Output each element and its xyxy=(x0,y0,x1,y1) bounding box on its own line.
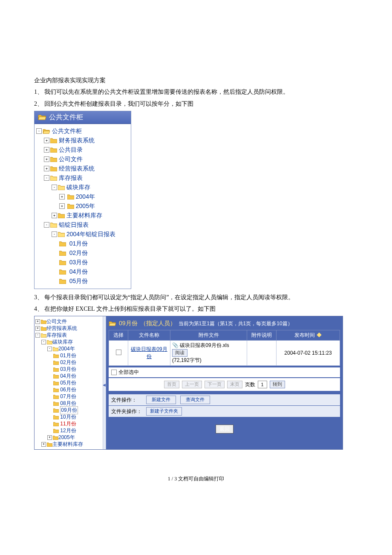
next-page-button[interactable]: 下一页 xyxy=(205,381,225,388)
toggle-icon[interactable]: + xyxy=(59,194,65,199)
folder-icon xyxy=(53,415,59,419)
tree-node[interactable]: 经营报表系统 xyxy=(59,165,95,173)
folder-icon xyxy=(53,360,59,365)
back-button[interactable]: 返回 xyxy=(216,425,233,434)
file-table: 选择 文件名称 附件文件 附件说明 发布时间 ◆ 碳块日报表09月份 📎 碳块日… xyxy=(109,330,340,366)
tree-node[interactable]: 经营报表系统 xyxy=(46,325,77,332)
toggle-icon[interactable]: - xyxy=(44,175,49,181)
tree-node[interactable]: 碳块库存 xyxy=(66,184,90,191)
toggle-icon[interactable]: + xyxy=(44,138,49,143)
tree-node-month[interactable]: 04月份 xyxy=(60,373,76,380)
tree-node[interactable]: 主要材料库存 xyxy=(52,441,83,448)
tree-node-month[interactable]: 03月份 xyxy=(60,366,76,373)
tree1-title: 公共文件柜 xyxy=(49,113,83,122)
tree-node[interactable]: 库存报表 xyxy=(59,174,83,182)
tree-node[interactable]: 2004年 xyxy=(76,193,95,201)
tree-node-month[interactable]: 06月份 xyxy=(60,386,76,393)
item-num: 2、 xyxy=(34,99,44,109)
folder-icon xyxy=(53,367,59,372)
toggle-icon[interactable]: - xyxy=(41,340,46,344)
tree-node[interactable]: 2004年铝锭日报表 xyxy=(66,231,115,238)
tree-node[interactable]: 01月份 xyxy=(69,240,88,248)
select-all-checkbox[interactable] xyxy=(111,370,117,375)
toggle-icon[interactable]: + xyxy=(52,213,57,218)
tree-node[interactable]: 2005年 xyxy=(76,202,95,210)
new-file-button[interactable]: 新建文件 xyxy=(146,396,176,404)
toggle-icon[interactable]: + xyxy=(47,435,52,440)
tree-node-month[interactable]: 07月份 xyxy=(60,393,76,400)
toggle-icon[interactable]: + xyxy=(35,326,40,331)
tree-node[interactable]: 财务报表系统 xyxy=(59,137,95,145)
tree-node-month[interactable]: 11月份 xyxy=(60,420,76,428)
sort-icon[interactable]: ◆ xyxy=(317,332,322,338)
item-text-3: 每个报表目录我们都可以设定为“指定人员防问”，在设定指定人员编辑，指定人员阅读等… xyxy=(44,292,358,303)
tree-node-month[interactable]: 10月份 xyxy=(60,413,76,421)
tree-panel-1: 公共文件柜 - 公共文件柜 + 财务报表系统 + 公共目录 + 公司文件 + 经… xyxy=(34,111,131,289)
folder-icon xyxy=(41,326,46,331)
folder-icon xyxy=(53,408,59,413)
publish-time: 2004-07-02 15:11:23 xyxy=(277,341,340,366)
tree-node[interactable]: 公共目录 xyxy=(59,146,83,154)
file-panel: +公司文件 +经营报表系统 -库存报表 -碳块库存 -2004年 01月份 02… xyxy=(34,316,343,450)
tree-node[interactable]: 公司文件 xyxy=(59,156,83,163)
folder-open-icon xyxy=(58,231,65,237)
query-file-button[interactable]: 查询文件 xyxy=(180,396,210,404)
folder-icon xyxy=(59,241,66,246)
tree-node[interactable]: 碳块库存 xyxy=(52,338,73,346)
folder-icon xyxy=(47,442,52,447)
first-page-button[interactable]: 首页 xyxy=(164,381,179,388)
tree-node-month[interactable]: 05月份 xyxy=(60,379,76,387)
tree-node[interactable]: 库存报表 xyxy=(46,332,67,339)
splitter[interactable] xyxy=(103,316,106,449)
tree-node-month[interactable]: 12月份 xyxy=(60,427,76,434)
read-button[interactable]: 阅读 xyxy=(172,349,187,357)
toggle-icon[interactable]: - xyxy=(52,185,57,190)
select-all-label: 全部选中 xyxy=(118,369,139,376)
page-info: 当前为第1至1篇（第1页，共1页，每页最多10篇） xyxy=(179,320,293,327)
item-text-1: 我们可以先在系统里的公共文件柜设置里增加需要传送的报表名称，然后指定人员防问权限… xyxy=(44,87,358,97)
folder-open-icon xyxy=(38,114,46,121)
folder-icon xyxy=(53,353,59,358)
tree-node[interactable]: 02月份 xyxy=(69,249,88,257)
toggle-icon[interactable]: - xyxy=(35,333,40,338)
toggle-icon[interactable]: + xyxy=(41,442,46,447)
attachment-icon: 📎 xyxy=(172,342,179,348)
row-checkbox[interactable] xyxy=(116,350,121,355)
toggle-icon[interactable]: - xyxy=(47,347,52,351)
tree-node-month[interactable]: 02月份 xyxy=(60,359,76,366)
folder-icon xyxy=(50,156,57,162)
file-name-link[interactable]: 碳块日报表09月份 xyxy=(131,346,167,359)
tree-node[interactable]: 公司文件 xyxy=(46,318,67,325)
toggle-icon[interactable]: + xyxy=(44,166,49,171)
folder-icon xyxy=(59,250,66,256)
toggle-icon[interactable]: - xyxy=(52,231,57,237)
table-row: 碳块日报表09月份 📎 碳块日报表09月份.xls 阅读 (72,192字节) … xyxy=(109,341,340,366)
toggle-icon[interactable]: - xyxy=(44,222,49,228)
tree-root[interactable]: 公共文件柜 xyxy=(52,127,82,135)
tree-node[interactable]: 04月份 xyxy=(69,268,88,276)
tree-node[interactable]: 05月份 xyxy=(69,278,88,285)
tree-node[interactable]: 主要材料库存 xyxy=(66,212,102,220)
col-time: 发布时间 ◆ xyxy=(277,330,340,341)
toggle-icon[interactable]: - xyxy=(36,128,42,134)
page-input[interactable] xyxy=(258,381,267,388)
toggle-icon[interactable]: + xyxy=(44,156,49,162)
folder-open-icon xyxy=(47,340,52,344)
new-folder-button[interactable]: 新建子文件夹 xyxy=(146,407,182,416)
prev-page-button[interactable]: 上一页 xyxy=(182,381,202,388)
tree-node[interactable]: 铝锭日报表 xyxy=(59,221,89,229)
tree-node-month[interactable]: 01月份 xyxy=(60,352,76,359)
toggle-icon[interactable]: + xyxy=(44,147,49,153)
goto-button[interactable]: 转到 xyxy=(270,381,285,388)
folder-icon xyxy=(53,401,59,406)
folder-icon xyxy=(50,166,57,171)
folder-title: 09月份 xyxy=(119,320,138,327)
tree-node[interactable]: 2005年 xyxy=(58,434,75,441)
tree-node[interactable]: 03月份 xyxy=(69,259,88,266)
file-ops-label: 文件操作： xyxy=(111,396,142,404)
last-page-button[interactable]: 末页 xyxy=(227,381,242,388)
folder-icon xyxy=(53,381,59,385)
tree-node[interactable]: 2004年 xyxy=(58,345,75,353)
toggle-icon[interactable]: + xyxy=(59,203,65,209)
toggle-icon[interactable]: + xyxy=(35,319,40,324)
